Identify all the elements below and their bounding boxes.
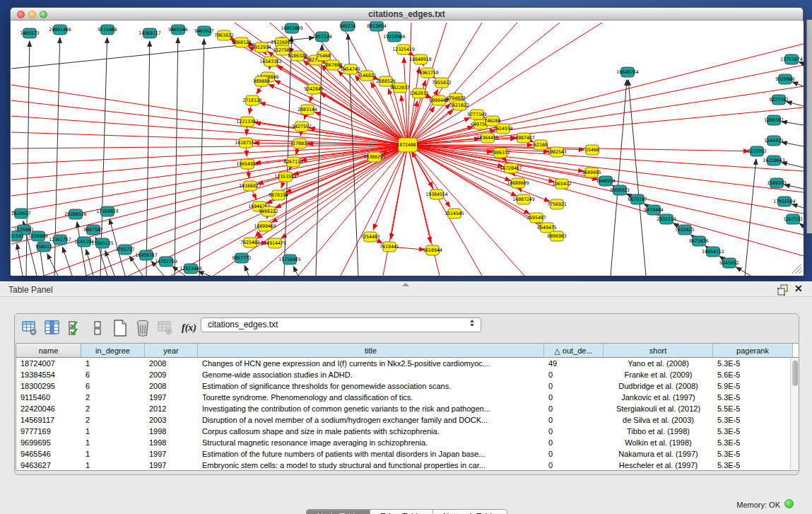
citation-edge-black[interactable] <box>198 271 210 276</box>
citation-edge-black[interactable] <box>199 39 204 276</box>
citation-edge-red[interactable] <box>11 116 408 145</box>
cell-name[interactable]: 14569117 <box>16 414 81 426</box>
cell-title[interactable]: Embryonic stem cells: a model to study s… <box>198 460 544 471</box>
citation-edge-black[interactable] <box>245 265 249 276</box>
table-panel-header[interactable]: Table Panel ✕ <box>0 281 812 297</box>
cell-name[interactable]: 22420046 <box>16 403 81 414</box>
cell-short[interactable]: Dudbridge et al. (2008) <box>604 380 713 392</box>
cell-pagerank[interactable]: 5.9E-5 <box>713 380 793 392</box>
table-row[interactable]: 946554611997Estimation of the future num… <box>16 448 799 460</box>
cell-out_degree[interactable]: 0 <box>544 460 604 471</box>
cell-name[interactable]: 9699695 <box>16 437 81 448</box>
cell-name[interactable]: 19384554 <box>16 369 81 380</box>
cell-title[interactable]: Disruption of a novel member of a sodium… <box>198 414 544 426</box>
cell-name[interactable]: 9463627 <box>16 460 81 471</box>
cell-year[interactable]: 2008 <box>145 358 198 369</box>
cell-year[interactable]: 1997 <box>145 460 198 471</box>
citation-edge-black[interactable] <box>736 267 751 276</box>
cell-year[interactable]: 2003 <box>145 414 198 426</box>
cell-short[interactable]: Stergiakouli et al. (2012) <box>604 403 713 414</box>
float-panel-icon[interactable] <box>777 284 789 296</box>
cell-name[interactable]: 9465546 <box>16 448 81 460</box>
cell-out_degree[interactable]: 0 <box>544 437 604 448</box>
citation-edge-red[interactable] <box>341 145 408 276</box>
citation-edge-black[interactable] <box>175 37 178 276</box>
cell-pagerank[interactable]: 5.3E-5 <box>713 448 793 460</box>
cell-pagerank[interactable]: 5.3E-5 <box>713 358 793 369</box>
cell-year[interactable]: 2008 <box>145 380 198 392</box>
scrollbar-thumb[interactable] <box>792 361 798 386</box>
cell-name[interactable]: 9777169 <box>16 426 81 437</box>
cell-out_degree[interactable]: 0 <box>544 414 604 426</box>
cell-name[interactable]: 9115460 <box>16 392 81 403</box>
column-header-name[interactable]: name <box>16 344 81 357</box>
table-row[interactable]: 1830029562008Estimation of significance … <box>16 380 799 392</box>
citation-edge-black[interactable] <box>86 250 93 276</box>
citation-edge-black[interactable] <box>782 142 804 146</box>
table-row[interactable]: 969969511998Structural magnetic resonanc… <box>16 437 799 448</box>
table-row[interactable]: 946362711997Embryonic stem cells: a mode… <box>16 460 799 471</box>
cell-in_degree[interactable]: 2 <box>81 403 145 414</box>
cell-out_degree[interactable]: 0 <box>544 380 604 392</box>
cell-out_degree[interactable]: 0 <box>544 392 604 403</box>
citation-edge-black[interactable] <box>146 41 150 276</box>
cell-out_degree[interactable]: 0 <box>544 426 604 437</box>
network-view-window[interactable]: citations_edges.txt 18724007183002959777… <box>10 7 804 276</box>
cell-in_degree[interactable]: 2 <box>81 414 145 426</box>
citation-edge-red[interactable] <box>391 145 408 239</box>
table-row[interactable]: 1456911722003Disruption of a novel membe… <box>16 414 799 426</box>
cell-short[interactable]: Yano et al. (2008) <box>604 358 713 369</box>
citation-edge-black[interactable] <box>784 185 804 189</box>
select-all-icon[interactable] <box>66 319 84 337</box>
cell-short[interactable]: Franke et al. (2009) <box>604 369 713 380</box>
column-header-title[interactable]: title <box>198 344 544 357</box>
citation-edge-black[interactable] <box>792 82 804 86</box>
cell-year[interactable]: 1997 <box>145 448 198 460</box>
citation-edge-red[interactable] <box>408 44 804 145</box>
table-row[interactable]: 911546021997Tourette syndrome. Phenomeno… <box>16 392 799 403</box>
cell-title[interactable]: Structural magnetic resonance image aver… <box>198 437 544 448</box>
citation-edge-red[interactable] <box>11 85 408 145</box>
cell-title[interactable]: Investigating the contribution of common… <box>198 403 544 414</box>
cell-short[interactable]: de Silva et al. (2003) <box>604 414 713 426</box>
split-pane-handle[interactable] <box>402 283 409 286</box>
delete-table-disabled-icon[interactable] <box>156 319 175 337</box>
table-row[interactable]: 1872400712008Changes of HCN gene express… <box>16 358 799 369</box>
cell-title[interactable]: Tourette syndrome. Phenomenology and cla… <box>198 392 544 403</box>
cell-in_degree[interactable]: 6 <box>81 369 145 380</box>
column-header-out_degree[interactable]: △ out_de... <box>544 344 604 357</box>
cell-title[interactable]: Changes of HCN gene expression and I(f) … <box>198 358 544 369</box>
memory-status-indicator[interactable] <box>784 499 794 508</box>
cell-short[interactable]: Tibbo et al. (1998) <box>604 426 713 437</box>
cell-in_degree[interactable]: 1 <box>81 358 145 369</box>
table-selector-dropdown[interactable]: citations_edges.txt <box>201 317 481 332</box>
cell-in_degree[interactable]: 2 <box>81 392 145 403</box>
citation-edge-black[interactable] <box>62 247 72 276</box>
cell-title[interactable]: Corpus callosum shape and size in male p… <box>198 426 544 437</box>
cell-year[interactable]: 2012 <box>145 403 198 414</box>
cell-out_degree[interactable]: 49 <box>544 358 604 369</box>
cell-title[interactable]: Estimation of significance thresholds fo… <box>198 380 544 392</box>
cell-name[interactable]: 18724007 <box>16 358 81 369</box>
new-table-icon[interactable] <box>111 319 129 337</box>
window-resize-grip[interactable] <box>791 263 802 274</box>
cell-in_degree[interactable]: 1 <box>81 426 145 437</box>
cell-short[interactable]: Wolkin et al. (1998) <box>604 437 713 448</box>
cell-year[interactable]: 2009 <box>145 369 198 380</box>
cell-pagerank[interactable]: 5.3E-5 <box>713 437 793 448</box>
cell-title[interactable]: Genome-wide association studies in ADHD. <box>198 369 544 380</box>
cell-year[interactable]: 1997 <box>145 392 198 403</box>
citation-edge-red[interactable] <box>11 145 408 244</box>
delete-entries-trash-icon[interactable] <box>134 319 152 337</box>
column-header-in_degree[interactable]: in_degree <box>81 344 145 357</box>
function-builder-icon[interactable]: f(x) <box>182 322 196 334</box>
table-row[interactable]: 1938455462009Genome-wide association stu… <box>16 369 799 380</box>
citation-edge-black[interactable] <box>782 122 804 125</box>
column-header-year[interactable]: year <box>145 344 198 357</box>
cell-short[interactable]: Hescheler et al. (1997) <box>604 460 713 471</box>
cell-out_degree[interactable]: 0 <box>544 448 604 460</box>
cell-pagerank[interactable]: 5.3E-5 <box>713 392 793 403</box>
citation-edge-red[interactable] <box>11 145 408 196</box>
close-panel-icon[interactable]: ✕ <box>794 283 803 294</box>
cell-short[interactable]: Jankovic et al. (1997) <box>604 392 713 403</box>
